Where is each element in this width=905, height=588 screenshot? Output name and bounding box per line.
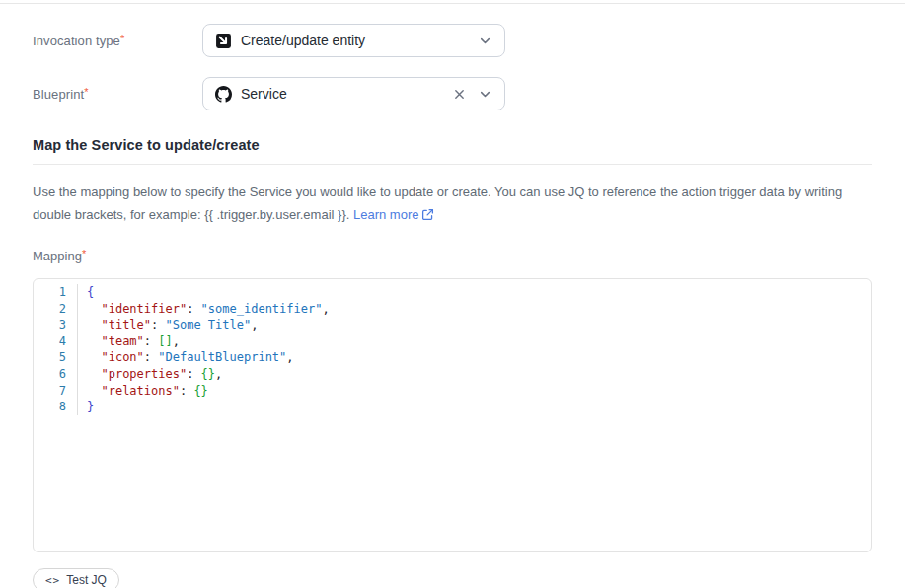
line-number: 3 <box>34 317 78 333</box>
code-text: } <box>87 399 94 415</box>
code-line: 8} <box>34 399 871 415</box>
code-lines: 1{2 "identifier": "some_identifier",3 "t… <box>34 284 871 415</box>
line-number: 5 <box>34 349 78 366</box>
required-asterisk: * <box>120 33 124 44</box>
field-row-blueprint: Blueprint* Service <box>33 77 872 110</box>
github-icon <box>215 86 232 103</box>
code-brackets-icon: <> <box>45 574 60 587</box>
code-text: { <box>87 284 94 301</box>
mapping-code-editor[interactable]: 1{2 "identifier": "some_identifier",3 "t… <box>33 278 872 552</box>
test-jq-button[interactable]: <> Test JQ <box>33 568 119 588</box>
required-asterisk: * <box>84 86 88 98</box>
invocation-type-label: Invocation type* <box>33 34 202 48</box>
line-number: 6 <box>34 366 78 383</box>
field-row-invocation-type: Invocation type* Create/update entity <box>33 24 872 57</box>
invocation-type-value: Create/update entity <box>241 33 470 48</box>
mapping-label: Mapping* <box>33 249 872 263</box>
form-content: Invocation type* Create/update entity Bl… <box>0 24 905 588</box>
code-text: "properties": {}, <box>87 366 222 383</box>
code-text: "title": "Some Title", <box>87 317 258 333</box>
external-link-icon[interactable] <box>421 205 434 218</box>
create-update-entity-icon <box>215 33 232 49</box>
code-line: 7 "relations": {} <box>34 383 871 400</box>
blueprint-value: Service <box>241 86 444 102</box>
invocation-type-select[interactable]: Create/update entity <box>202 24 505 57</box>
chevron-down-icon <box>479 88 491 101</box>
code-text: "relations": {} <box>87 383 208 400</box>
top-divider <box>0 3 905 4</box>
code-text: "identifier": "some_identifier", <box>87 301 330 318</box>
line-number: 1 <box>34 284 78 301</box>
blueprint-label-text: Blueprint <box>33 87 84 102</box>
learn-more-link[interactable]: Learn more <box>353 207 418 222</box>
line-number: 8 <box>34 399 78 415</box>
code-line: 3 "title": "Some Title", <box>34 317 871 333</box>
blueprint-label: Blueprint* <box>33 87 202 102</box>
line-number: 4 <box>34 333 78 350</box>
code-line: 2 "identifier": "some_identifier", <box>34 301 871 318</box>
test-jq-button-label: Test JQ <box>66 573 107 587</box>
clear-icon[interactable] <box>453 88 466 101</box>
code-line: 5 "icon": "DefaultBlueprint", <box>34 349 871 366</box>
code-text: "team": [], <box>87 333 180 350</box>
line-number: 7 <box>34 383 78 400</box>
invocation-type-label-text: Invocation type <box>33 34 120 48</box>
section-divider <box>33 164 872 165</box>
section-description: Use the mapping below to specify the Ser… <box>33 181 872 226</box>
line-number: 2 <box>34 301 78 318</box>
code-line: 1{ <box>34 284 871 301</box>
section-heading: Map the Service to update/create <box>33 137 872 153</box>
code-text: "icon": "DefaultBlueprint", <box>87 349 294 366</box>
code-line: 4 "team": [], <box>34 333 871 350</box>
description-line-1: Use the mapping below to specify the Ser… <box>33 184 842 199</box>
description-line-2: double brackets, for example: {{ .trigge… <box>33 207 349 222</box>
blueprint-select[interactable]: Service <box>202 77 505 110</box>
code-line: 6 "properties": {}, <box>34 366 871 383</box>
required-asterisk: * <box>82 248 86 259</box>
mapping-label-text: Mapping <box>33 249 82 263</box>
chevron-down-icon <box>479 35 491 47</box>
